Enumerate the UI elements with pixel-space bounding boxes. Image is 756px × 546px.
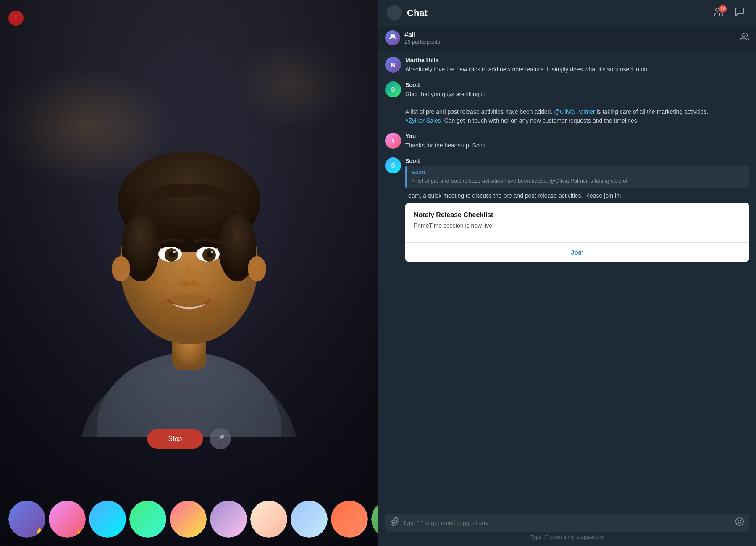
video-area: i Stop 🎤 ✋ ✋ xyxy=(0,0,378,546)
message-body: Scott Scott A list of pre and post relea… xyxy=(405,158,749,262)
quoted-message: Scott A list of pre and post release act… xyxy=(405,166,749,188)
message-text: Thanks for the heads-up, Scott. xyxy=(405,141,749,150)
hand-raised-icon: ✋ xyxy=(35,528,45,537)
participants-icon-button[interactable]: 24 xyxy=(711,5,727,21)
avatar: S xyxy=(385,158,401,173)
message-sender: You xyxy=(405,133,749,139)
message-text: Team, a quick meeting to discuss the pre… xyxy=(405,192,749,200)
message-item: Y You Thanks for the heads-up, Scott. xyxy=(385,133,749,150)
channel-participants-count: 26 participants xyxy=(404,39,440,45)
header-icons: 24 xyxy=(711,5,748,21)
chat-bubble-icon xyxy=(735,7,745,19)
message-sender: Scott xyxy=(405,158,749,164)
message-item: M Martha Hills Absolutely love the new c… xyxy=(385,57,749,74)
join-card: Notely Release Checklist PrimeTime sessi… xyxy=(405,203,749,262)
chat-panel: → Chat 24 xyxy=(378,0,756,546)
messages-area: M Martha Hills Absolutely love the new c… xyxy=(378,50,756,509)
join-card-body: Notely Release Checklist PrimeTime sessi… xyxy=(405,203,749,242)
input-area: Type ":" to get emoji suggestions xyxy=(378,509,756,546)
arrow-right-icon: → xyxy=(391,8,398,17)
participant-thumb[interactable]: ✋ xyxy=(49,501,86,538)
group-icon xyxy=(388,33,397,43)
participant-thumb[interactable] xyxy=(291,501,328,538)
message-text: Absolutely love the new click to add new… xyxy=(405,65,749,74)
participant-thumb[interactable] xyxy=(129,501,166,538)
svg-point-24 xyxy=(736,518,743,525)
chat-title: Chat xyxy=(407,8,706,18)
hand-raised-icon: ✋ xyxy=(76,528,85,537)
svg-point-23 xyxy=(742,33,745,36)
view-participants-button[interactable] xyxy=(740,32,749,44)
mention-tag: @Olivia Palmer xyxy=(554,108,595,115)
participant-thumb[interactable] xyxy=(210,501,247,538)
emoji-hint: Type ":" to get emoji suggestions xyxy=(385,534,749,542)
quoted-sender: Scott xyxy=(412,169,744,176)
avatar: M xyxy=(385,57,401,73)
quoted-text: A list of pre and post release activitie… xyxy=(412,177,744,185)
chat-header: → Chat 24 xyxy=(378,0,756,26)
participant-thumb[interactable] xyxy=(250,501,287,538)
video-overlay xyxy=(0,0,378,546)
svg-point-21 xyxy=(391,34,393,37)
mic-icon: 🎤 xyxy=(215,434,225,444)
channel-name: #all xyxy=(404,31,440,39)
attach-button[interactable] xyxy=(390,517,399,528)
message-sender: Martha Hills xyxy=(405,57,749,63)
video-controls: Stop 🎤 xyxy=(147,428,231,449)
channel-avatar xyxy=(385,30,400,45)
svg-point-22 xyxy=(393,34,395,37)
message-body: Scott Glad that you guys are liking it! … xyxy=(405,81,749,125)
mention-tag: @Olivia Palmer xyxy=(550,178,588,184)
message-item: S Scott Glad that you guys are liking it… xyxy=(385,81,749,125)
participant-thumb[interactable] xyxy=(331,501,368,538)
info-button[interactable]: i xyxy=(8,10,24,26)
participant-thumb[interactable] xyxy=(371,501,378,538)
join-card-title: Notely Release Checklist xyxy=(414,211,741,219)
chat-icon-button[interactable] xyxy=(732,5,748,21)
input-row xyxy=(385,514,749,532)
join-card-subtitle: PrimeTime session is now live xyxy=(414,222,741,229)
back-arrow-button[interactable]: → xyxy=(387,5,402,21)
message-sender: Scott xyxy=(405,81,749,88)
avatar: S xyxy=(385,81,401,97)
message-body: You Thanks for the heads-up, Scott. xyxy=(405,133,749,150)
avatar: Y xyxy=(385,133,401,149)
hashtag-tag[interactable]: #Zylker Sales xyxy=(405,117,441,124)
message-input[interactable] xyxy=(403,520,732,526)
message-body: Martha Hills Absolutely love the new cli… xyxy=(405,57,749,74)
participants-bar: ✋ ✋ xyxy=(0,501,378,538)
participant-thumb[interactable] xyxy=(170,501,207,538)
join-button[interactable]: Join xyxy=(405,243,749,262)
channel-bar: #all 26 participants xyxy=(378,26,756,50)
participant-thumb[interactable] xyxy=(89,501,126,538)
channel-info: #all 26 participants xyxy=(385,30,440,45)
message-item: S Scott Scott A list of pre and post rel… xyxy=(385,158,749,262)
notification-badge: 24 xyxy=(719,5,727,13)
stop-button[interactable]: Stop xyxy=(147,429,203,449)
participant-thumb[interactable]: ✋ xyxy=(8,501,45,538)
svg-point-20 xyxy=(716,8,719,11)
message-text: Glad that you guys are liking it! A list… xyxy=(405,90,749,125)
mic-button[interactable]: 🎤 xyxy=(210,428,231,449)
emoji-button[interactable] xyxy=(735,517,744,528)
